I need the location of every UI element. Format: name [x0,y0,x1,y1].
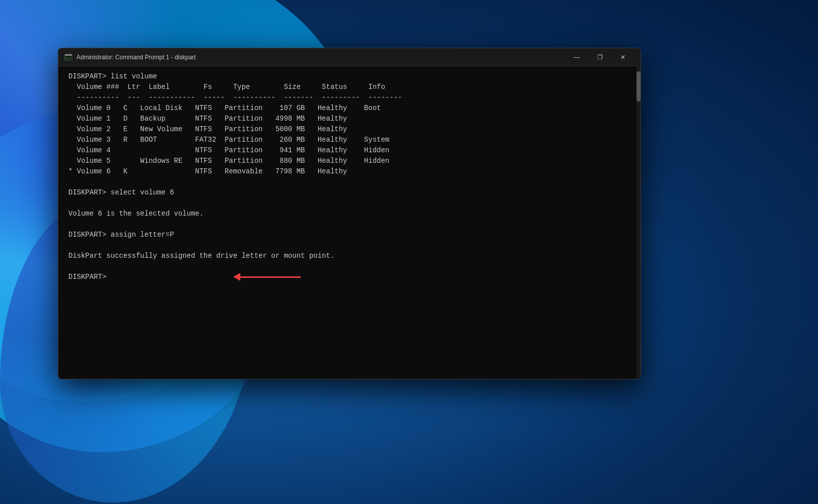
window-controls[interactable]: — ❐ ✕ [565,48,634,66]
window-title: Administrator: Command Prompt 1 - diskpa… [76,54,565,61]
terminal-content[interactable]: DISKPART> list volume Volume ### Ltr Lab… [58,66,641,379]
command-select-volume: DISKPART> select volume 6 [68,187,630,198]
scrollbar[interactable] [637,66,641,379]
volume-row-1: Volume 1 D Backup NTFS Partition 4998 MB… [68,114,630,124]
blank-line-4 [68,240,630,251]
blank-line-2 [68,198,630,209]
blank-line-3 [68,219,630,230]
volume-row-5: Volume 5 Windows RE NTFS Partition 880 M… [68,156,630,166]
command-prompt-window: C:\ Administrator: Command Prompt 1 - di… [58,48,641,379]
assign-response: DiskPart successfully assigned the drive… [68,251,630,261]
svg-text:C:\: C:\ [65,56,71,60]
command-list-volume: DISKPART> list volume [68,71,630,82]
blank-line-5 [68,261,630,272]
blank-line-1 [68,177,630,187]
table-separator: ---------- --- ----------- ----- -------… [68,92,630,103]
volume-row-3: Volume 3 R BOOT FAT32 Partition 260 MB H… [68,135,630,145]
volume-row-2: Volume 2 E New Volume NTFS Partition 500… [68,124,630,135]
window-icon: C:\ [64,53,72,61]
volume-row-6: * Volume 6 K NTFS Removable 7798 MB Heal… [68,166,630,177]
scrollbar-thumb[interactable] [637,71,641,102]
volume-row-4: Volume 4 NTFS Partition 941 MB Healthy H… [68,145,630,156]
svg-rect-1 [65,54,72,56]
close-button[interactable]: ✕ [611,48,634,66]
minimize-button[interactable]: — [565,48,588,66]
maximize-button[interactable]: ❐ [588,48,611,66]
volume-row-0: Volume 0 C Local Disk NTFS Partition 107… [68,103,630,114]
title-bar[interactable]: C:\ Administrator: Command Prompt 1 - di… [58,48,641,66]
command-assign: DISKPART> assign letter=P [68,230,630,240]
select-response: Volume 6 is the selected volume. [68,209,630,219]
final-prompt: DISKPART> [68,272,630,282]
table-header: Volume ### Ltr Label Fs Type Size Status… [68,82,630,92]
